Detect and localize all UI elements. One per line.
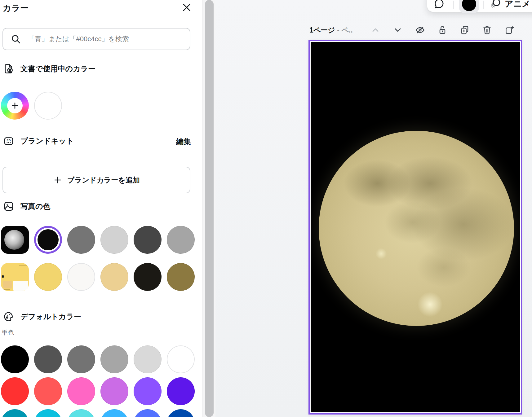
move-page-down-button[interactable] [393,25,403,35]
chevron-down-icon [393,25,403,35]
background-color-button[interactable] [459,0,479,13]
panel-title: カラー [3,2,29,14]
hide-page-button[interactable] [415,25,425,35]
color-swatch-0cc0df[interactable] [34,409,62,417]
color-swatch-000000[interactable] [1,345,29,373]
color-search-box[interactable] [2,28,190,50]
comment-button[interactable] [433,0,445,9]
thumbnail-detail [3,289,10,290]
search-icon [11,34,21,44]
color-swatch-d9d9d9[interactable] [134,345,162,373]
panel-scrollbar-thumb[interactable] [205,0,214,417]
color-swatch-d2d2d2[interactable] [100,226,128,254]
document-colors-header: 文書で使用中のカラー [3,62,95,76]
color-swatch-ffffff[interactable] [34,92,62,120]
animate-button[interactable] [489,0,502,10]
close-panel-button[interactable] [181,2,192,13]
panel-scrollbar-track [202,0,215,417]
photo-colors-row-2: E [1,263,195,291]
color-swatch-ff3131[interactable] [1,377,29,405]
color-swatch-a6a6a6[interactable] [100,345,128,373]
default-colors-title: デフォルトカラー [20,312,81,322]
move-page-up-button[interactable] [370,25,380,35]
add-color-icon [7,98,23,113]
document-colors-title: 文書で使用中のカラー [20,64,95,74]
page-label-text: 1ページ [309,26,335,34]
color-swatch-5e17eb[interactable] [167,377,195,405]
color-swatch-545454[interactable] [34,345,62,373]
solid-colors-row-1 [1,345,195,373]
thumbnail-detail [19,265,27,266]
eye-slash-icon [415,25,425,35]
brand-kit-icon: co [3,135,14,147]
brand-kit-header: co ブランドキット [3,134,74,148]
animate-label[interactable]: アニメ [505,0,532,9]
page-title-placeholder: - ペ.. [335,26,353,34]
solid-colors-row-3 [1,409,195,417]
photo-colors-row-1 [1,226,195,254]
color-swatch-cb6ce6[interactable] [100,377,128,405]
toolbar-divider [453,1,454,9]
color-swatch-ff5757[interactable] [34,377,62,405]
page-background[interactable] [311,42,520,412]
photo-colors-header: 写真の色 [3,200,51,213]
color-swatch-f2d56e[interactable] [34,263,62,291]
color-swatch-757575[interactable] [67,226,95,254]
lock-page-button[interactable] [437,25,447,35]
color-swatch-ffffff[interactable] [167,345,195,373]
add-page-button[interactable] [504,25,514,35]
color-swatch-ecd092[interactable] [100,263,128,291]
color-swatch-38b6ff[interactable] [100,409,128,417]
duplicate-page-button[interactable] [460,25,470,35]
moon-photo-thumbnail[interactable] [1,226,29,254]
color-swatch-f9f8f6[interactable] [67,263,95,291]
moon-image [319,131,514,326]
add-page-icon [504,25,514,35]
add-brand-color-button[interactable]: ブランドカラーを追加 [2,167,190,193]
color-swatch-0b0b0b[interactable] [38,229,59,250]
color-swatch-8c7940[interactable] [167,263,195,291]
page-label[interactable]: 1ページ - ペ.. [309,25,353,35]
color-panel: カラー 文書で使用中のカラー co ブランドキット 編集 ブランドカラーを追加 … [0,0,202,417]
comment-bubble-icon [433,0,445,9]
color-picker-button[interactable] [1,92,29,120]
thumbnail-detail [13,281,28,291]
color-swatch-ff66c4[interactable] [67,377,95,405]
thumbnail-letter: E [2,274,4,279]
color-swatch-0097b2[interactable] [1,409,29,417]
color-swatch-5271ff[interactable] [134,409,162,417]
color-swatch-737373[interactable] [67,345,95,373]
default-colors-header: デフォルトカラー [3,310,81,323]
palette-card-thumbnail[interactable]: E [1,263,29,291]
delete-page-button[interactable] [482,25,492,35]
photo-icon [3,201,14,212]
brand-kit-edit-link[interactable]: 編集 [161,135,191,148]
color-swatch-464646[interactable] [134,226,162,254]
add-brand-color-label: ブランドカラーを追加 [67,175,140,185]
chevron-up-icon [370,25,380,35]
current-color-swatch [462,0,476,11]
trash-icon [482,25,492,35]
color-swatch-004aad[interactable] [167,409,195,417]
plus-icon [53,175,62,185]
animate-icon [489,0,502,10]
color-search-input[interactable] [28,35,164,43]
document-colors-icon [3,63,14,74]
brand-kit-title: ブランドキット [20,136,74,146]
duplicate-page-icon [460,25,470,35]
design-page[interactable] [308,40,522,415]
solid-colors-row-2 [1,377,195,405]
color-swatch-1b1914[interactable] [134,263,162,291]
color-swatch-a5a5a5[interactable] [167,226,195,254]
palette-icon [3,311,14,322]
color-swatch-8c52ff[interactable] [134,377,162,405]
thumbnail-detail [3,281,12,288]
mini-moon-image [4,230,24,250]
color-swatch-5ce1e6[interactable] [67,409,95,417]
document-colors-row [1,92,62,120]
photo-colors-title: 写真の色 [20,201,51,211]
svg-text:co: co [7,138,11,142]
solid-colors-label: 単色 [2,328,14,337]
close-icon [181,2,192,13]
toolbar-divider [483,1,484,9]
